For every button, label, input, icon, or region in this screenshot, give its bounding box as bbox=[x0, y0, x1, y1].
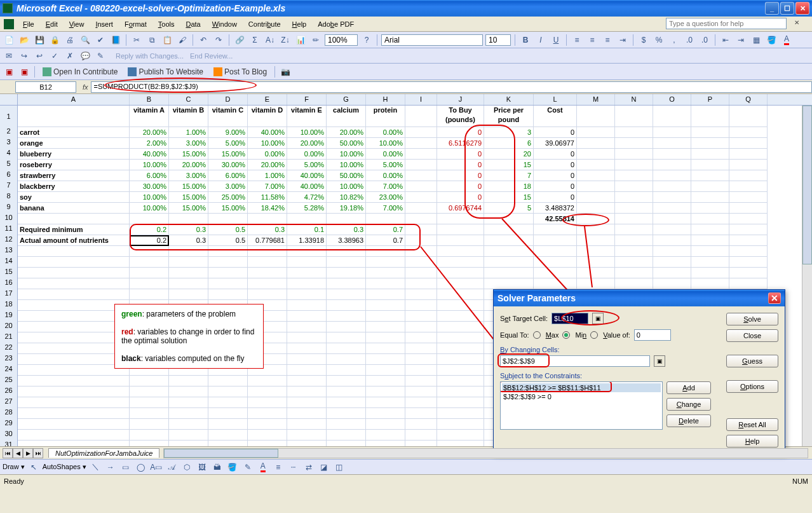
row-head-20[interactable]: 20 bbox=[0, 322, 18, 332]
cell-A27[interactable] bbox=[18, 397, 130, 408]
cell-J20[interactable] bbox=[437, 322, 484, 332]
cell-F17[interactable] bbox=[287, 289, 327, 300]
cell-I17[interactable] bbox=[405, 289, 437, 300]
cell-H5[interactable]: 5.00% bbox=[366, 160, 405, 170]
cell-B27[interactable] bbox=[130, 397, 169, 408]
cell-G9[interactable]: 19.18% bbox=[327, 203, 366, 214]
cell-P1[interactable] bbox=[691, 106, 729, 127]
cell-F13[interactable] bbox=[287, 246, 327, 257]
row-head-26[interactable]: 26 bbox=[0, 386, 18, 397]
accept-icon[interactable]: ✓ bbox=[48, 50, 61, 62]
reject-icon[interactable]: ✗ bbox=[64, 50, 76, 62]
cell-P5[interactable] bbox=[691, 160, 729, 170]
snagit-icon[interactable]: 📷 bbox=[279, 65, 292, 78]
select-arrow-icon[interactable]: ↖ bbox=[27, 461, 40, 474]
cell-B15[interactable] bbox=[130, 268, 169, 278]
cell-G5[interactable]: 10.00% bbox=[327, 160, 366, 170]
save-icon[interactable]: 💾 bbox=[33, 34, 46, 46]
cell-G14[interactable] bbox=[327, 257, 366, 268]
cell-H22[interactable] bbox=[366, 343, 405, 354]
cell-I7[interactable] bbox=[405, 181, 437, 192]
cell-A2[interactable]: carrot bbox=[18, 127, 130, 138]
cell-Q12[interactable] bbox=[729, 235, 768, 246]
format-painter-icon[interactable]: 🖌 bbox=[176, 34, 189, 46]
new-icon[interactable]: 📄 bbox=[3, 34, 15, 46]
cell-K14[interactable] bbox=[484, 257, 534, 268]
cell-L9[interactable]: 3.488372 bbox=[534, 203, 577, 214]
cell-H26[interactable] bbox=[366, 386, 405, 397]
cell-L14[interactable] bbox=[534, 257, 577, 268]
cell-K2[interactable]: 3 bbox=[484, 127, 534, 138]
help-button[interactable]: Help bbox=[726, 435, 778, 448]
close-button[interactable]: ✕ bbox=[795, 2, 809, 15]
cell-A29[interactable] bbox=[18, 419, 130, 430]
row-head-6[interactable]: 6 bbox=[0, 170, 18, 181]
cell-B13[interactable] bbox=[130, 246, 169, 257]
cell-H8[interactable]: 23.00% bbox=[366, 192, 405, 203]
cell-G12[interactable]: 3.38963 bbox=[327, 235, 366, 246]
cell-J30[interactable] bbox=[437, 430, 484, 441]
diagram-icon[interactable]: ⬡ bbox=[180, 461, 193, 474]
cell-M1[interactable] bbox=[577, 106, 615, 127]
col-F[interactable]: F bbox=[287, 94, 327, 105]
row-head-12[interactable]: 12 bbox=[0, 235, 18, 246]
cell-I1[interactable] bbox=[405, 106, 437, 127]
cell-G1[interactable]: calcium bbox=[327, 106, 366, 127]
cell-F8[interactable]: 4.72% bbox=[287, 192, 327, 203]
rect-icon[interactable]: ▭ bbox=[119, 461, 132, 474]
cell-I23[interactable] bbox=[405, 354, 437, 365]
cell-A16[interactable] bbox=[18, 278, 130, 289]
valueof-input[interactable] bbox=[634, 329, 671, 341]
cell-E17[interactable] bbox=[248, 289, 287, 300]
cell-E10[interactable] bbox=[248, 214, 287, 224]
textbox-icon[interactable]: A▭ bbox=[150, 461, 163, 474]
cell-Q4[interactable] bbox=[729, 149, 768, 160]
cell-J18[interactable] bbox=[437, 300, 484, 311]
cell-B30[interactable] bbox=[130, 430, 169, 441]
cell-P10[interactable] bbox=[691, 214, 729, 224]
row-head-2[interactable]: 2 bbox=[0, 127, 18, 138]
cell-O11[interactable] bbox=[653, 224, 691, 235]
line-style-icon[interactable]: ≡ bbox=[272, 461, 285, 474]
row-head-24[interactable]: 24 bbox=[0, 365, 18, 376]
cell-D4[interactable]: 15.00% bbox=[208, 149, 248, 160]
bold-icon[interactable]: B bbox=[519, 34, 532, 46]
cell-J10[interactable] bbox=[437, 214, 484, 224]
cell-A15[interactable] bbox=[18, 268, 130, 278]
row-head-14[interactable]: 14 bbox=[0, 257, 18, 268]
comment-icon[interactable]: 💬 bbox=[79, 50, 91, 62]
sort-desc-icon[interactable]: Z↓ bbox=[279, 34, 292, 46]
cell-H13[interactable] bbox=[366, 246, 405, 257]
cell-D13[interactable] bbox=[208, 246, 248, 257]
row-head-31[interactable]: 31 bbox=[0, 441, 18, 446]
row-head-21[interactable]: 21 bbox=[0, 332, 18, 343]
tab-last-icon[interactable]: ⏭ bbox=[33, 448, 43, 458]
cell-Q3[interactable] bbox=[729, 138, 768, 149]
menu-view[interactable]: View bbox=[64, 18, 90, 30]
paste-icon[interactable]: 📋 bbox=[161, 34, 173, 46]
cell-H21[interactable] bbox=[366, 332, 405, 343]
cell-J31[interactable] bbox=[437, 441, 484, 446]
cell-K3[interactable]: 6 bbox=[484, 138, 534, 149]
cell-P15[interactable] bbox=[691, 268, 729, 278]
cell-O3[interactable] bbox=[653, 138, 691, 149]
cell-F19[interactable] bbox=[287, 311, 327, 322]
cell-F25[interactable] bbox=[287, 376, 327, 386]
row-head-28[interactable]: 28 bbox=[0, 408, 18, 419]
cell-O16[interactable] bbox=[653, 278, 691, 289]
row-head-18[interactable]: 18 bbox=[0, 300, 18, 311]
cell-C25[interactable] bbox=[169, 376, 208, 386]
cut-icon[interactable]: ✂ bbox=[130, 34, 143, 46]
autosum-icon[interactable]: Σ bbox=[248, 34, 261, 46]
mail-icon[interactable]: ✉ bbox=[3, 50, 15, 62]
cell-E14[interactable] bbox=[248, 257, 287, 268]
cell-J17[interactable] bbox=[437, 289, 484, 300]
cell-Q15[interactable] bbox=[729, 268, 768, 278]
cell-E12[interactable]: 0.779681 bbox=[248, 235, 287, 246]
menu-help[interactable]: Help bbox=[287, 18, 312, 30]
col-C[interactable]: C bbox=[169, 94, 208, 105]
cell-A11[interactable]: Required minimum bbox=[18, 224, 130, 235]
cell-J25[interactable] bbox=[437, 376, 484, 386]
hyperlink-icon[interactable]: 🔗 bbox=[233, 34, 246, 46]
cell-I13[interactable] bbox=[405, 246, 437, 257]
